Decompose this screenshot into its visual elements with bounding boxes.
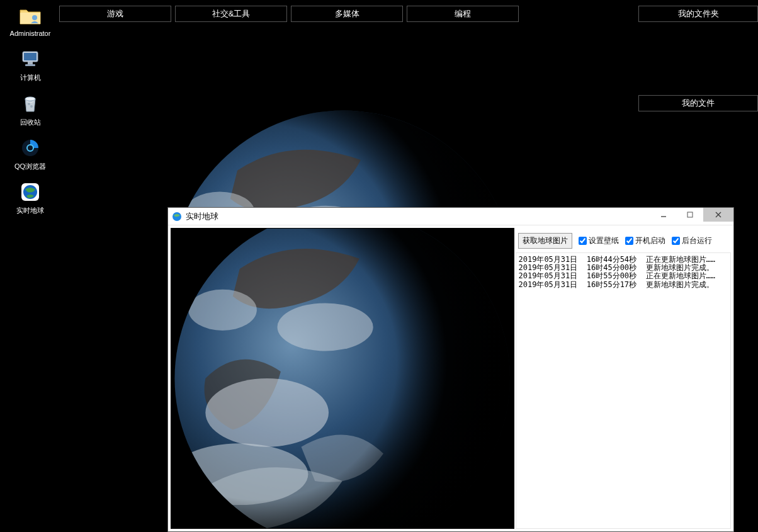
fence-right-top: 我的文件夹 [638,6,758,22]
controls-pane: 获取地球图片 设置壁纸 开机启动 后台运行 2019年05月31日 16时44分… [516,228,732,529]
desktop-icons-column: Administrator 计算机 回收站 [9,4,52,225]
svg-point-14 [30,105,33,108]
desktop-icon-label: Administrator [8,29,53,38]
desktop-icon-label: 计算机 [8,73,53,82]
log-textarea[interactable]: 2019年05月31日 16时44分54秒 正在更新地球图片…… 2019年05… [516,252,732,529]
svg-point-7 [32,15,37,20]
desktop-icon-computer[interactable]: 计算机 [9,48,52,82]
minimize-button[interactable] [650,208,677,222]
checkbox-label: 开机启动 [635,235,665,246]
log-line: 2019年05月31日 16时55分00秒 正在更新地球图片…… [519,272,716,280]
log-line: 2019年05月31日 16时55分17秒 更新地球图片完成。 [519,281,716,289]
close-button[interactable] [703,208,733,222]
app-body: 获取地球图片 设置壁纸 开机启动 后台运行 2019年05月31日 16时44分… [168,225,733,531]
window-titlebar[interactable]: 实时地球 [168,208,733,225]
desktop-icon-label: QQ浏览器 [8,162,53,171]
controls-row: 获取地球图片 设置壁纸 开机启动 后台运行 [516,228,732,250]
fence-programming[interactable]: 编程 [407,6,519,22]
fence-my-files[interactable]: 我的文件 [638,95,758,111]
realtime-earth-window: 实时地球 获取地球图片 设置壁纸 [167,207,734,532]
fence-top-row: 游戏 社交&工具 多媒体 编程 [59,6,519,22]
svg-point-13 [28,103,30,105]
checkbox-set-wallpaper-input[interactable] [579,237,587,245]
earth-preview-pane [171,228,514,529]
svg-rect-9 [24,53,37,60]
svg-rect-22 [687,212,693,217]
checkbox-autostart[interactable]: 开机启动 [625,235,665,246]
checkbox-autostart-input[interactable] [625,237,633,245]
svg-point-12 [25,97,35,101]
fence-right-second: 我的文件 [638,95,758,111]
desktop-icon-label: 实时地球 [8,206,53,215]
desktop-icon-qq-browser[interactable]: QQ浏览器 [9,137,52,171]
qq-browser-icon [19,137,42,159]
maximize-button[interactable] [677,208,703,222]
svg-rect-11 [25,64,35,66]
checkbox-set-wallpaper[interactable]: 设置壁纸 [579,235,619,246]
earth-app-icon [19,181,42,203]
fence-games[interactable]: 游戏 [59,6,171,22]
checkbox-label: 设置壁纸 [589,235,619,246]
folder-user-icon [19,4,42,26]
computer-icon [19,48,42,71]
desktop-icon-administrator[interactable]: Administrator [9,4,52,38]
recycle-bin-icon [19,93,42,115]
fetch-earth-button[interactable]: 获取地球图片 [518,233,572,249]
checkbox-label: 后台运行 [682,235,712,246]
fence-social-tools[interactable]: 社交&工具 [175,6,287,22]
desktop-icon-realtime-earth[interactable]: 实时地球 [9,181,52,215]
fence-multimedia[interactable]: 多媒体 [291,6,403,22]
app-icon [172,212,182,222]
window-title: 实时地球 [186,211,218,222]
svg-rect-10 [28,62,33,64]
desktop-icon-recycle-bin[interactable]: 回收站 [9,93,52,127]
checkbox-background[interactable]: 后台运行 [672,235,712,246]
window-controls [650,208,733,225]
checkbox-background-input[interactable] [672,237,680,245]
fence-my-folders[interactable]: 我的文件夹 [638,6,758,22]
desktop-icon-label: 回收站 [8,118,53,127]
